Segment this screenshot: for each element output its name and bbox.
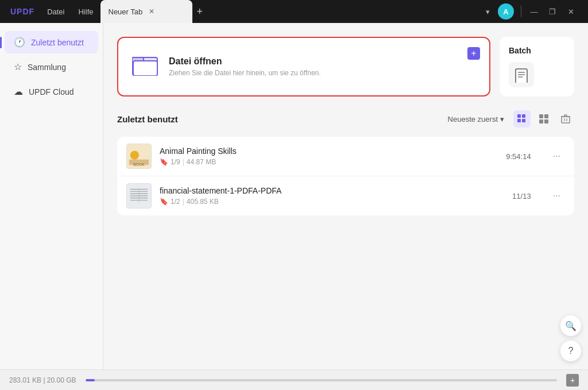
bottom-bar: 283.01 KB | 20.00 GB + bbox=[0, 369, 588, 390]
storage-fill bbox=[86, 379, 95, 381]
file-more-button[interactable]: ··· bbox=[548, 149, 565, 164]
batch-card: Batch bbox=[500, 37, 574, 96]
storage-text: 283.01 KB | 20.00 GB bbox=[9, 376, 76, 384]
svg-rect-2 bbox=[133, 61, 157, 76]
sidebar-item-sammlung[interactable]: ☆ Sammlung bbox=[5, 56, 98, 78]
sort-label: Neueste zuerst bbox=[448, 115, 498, 123]
close-btn[interactable]: ✕ bbox=[563, 3, 579, 20]
search-icon: 🔍 bbox=[565, 321, 577, 331]
bottom-right-icons: + bbox=[566, 374, 579, 387]
sidebar-item-zuletzt[interactable]: 🕐 Zuletzt benutzt bbox=[5, 31, 98, 53]
floating-buttons: 🔍 ? bbox=[560, 315, 581, 361]
open-file-title: Datei öffnen bbox=[169, 56, 321, 67]
add-button[interactable]: + bbox=[566, 374, 579, 387]
file-meta: 🔖 1/2 | 405.85 KB bbox=[160, 198, 504, 206]
meta-sep: | bbox=[183, 198, 184, 206]
minimize-btn[interactable]: — bbox=[526, 3, 542, 20]
file-pages: 1/2 bbox=[171, 198, 180, 206]
file-size: 405.85 KB bbox=[187, 198, 219, 206]
menu-datei[interactable]: Datei bbox=[40, 0, 71, 23]
file-list: BOOK Animal Painting Skills 🔖 1/9 | 44.8… bbox=[117, 137, 574, 215]
maximize-btn[interactable]: ❐ bbox=[544, 3, 560, 20]
delete-button[interactable] bbox=[557, 110, 574, 128]
open-file-text: Datei öffnen Ziehen Sie die Datei hier h… bbox=[169, 56, 321, 77]
file-thumbnail bbox=[126, 183, 152, 208]
cloud-icon: ☁ bbox=[14, 86, 23, 97]
file-meta: 🔖 1/9 | 44.87 MB bbox=[160, 158, 498, 166]
sidebar-item-label: Sammlung bbox=[28, 63, 66, 72]
sidebar-item-cloud[interactable]: ☁ UPDF Cloud bbox=[5, 80, 98, 103]
open-file-subtitle: Ziehen Sie die Datei hier hinein, um sie… bbox=[169, 69, 321, 77]
file-size: 44.87 MB bbox=[187, 158, 216, 166]
dropdown-btn[interactable]: ▾ bbox=[479, 3, 496, 20]
table-row[interactable]: BOOK Animal Painting Skills 🔖 1/9 | 44.8… bbox=[117, 137, 574, 176]
batch-icon-button[interactable] bbox=[509, 62, 534, 87]
search-float-button[interactable]: 🔍 bbox=[560, 315, 581, 336]
open-file-card[interactable]: Datei öffnen Ziehen Sie die Datei hier h… bbox=[117, 37, 490, 96]
file-pages: 1/9 bbox=[171, 158, 180, 166]
tab-add-button[interactable]: + bbox=[192, 6, 208, 18]
help-icon: ? bbox=[568, 346, 574, 356]
divider bbox=[521, 6, 521, 17]
sort-arrow-icon: ▾ bbox=[500, 115, 504, 123]
file-date: 11/13 bbox=[512, 192, 531, 200]
main-content: Datei öffnen Ziehen Sie die Datei hier h… bbox=[103, 23, 588, 369]
tab-label: Neuer Tab bbox=[109, 7, 143, 16]
svg-rect-7 bbox=[517, 114, 521, 118]
help-float-button[interactable]: ? bbox=[560, 341, 581, 361]
view-controls bbox=[513, 110, 574, 128]
sort-dropdown[interactable]: Neueste zuerst ▾ bbox=[448, 115, 504, 123]
menu-bar: Datei Hilfe bbox=[40, 0, 100, 23]
star-icon: ☆ bbox=[14, 61, 22, 72]
tab-neuer[interactable]: Neuer Tab ✕ bbox=[100, 0, 192, 23]
table-row[interactable]: financial-statement-1-PDFA-PDFA 🔖 1/2 | … bbox=[117, 176, 574, 215]
batch-title: Batch bbox=[509, 46, 531, 55]
svg-rect-13 bbox=[539, 119, 543, 123]
window-controls: ▾ A — ❐ ✕ bbox=[479, 3, 583, 20]
svg-rect-14 bbox=[544, 119, 548, 123]
menu-hilfe[interactable]: Hilfe bbox=[71, 0, 100, 23]
meta-sep: | bbox=[183, 158, 184, 166]
view-grid-button[interactable] bbox=[513, 110, 531, 128]
section-title: Zuletzt benutzt bbox=[117, 114, 178, 124]
svg-rect-8 bbox=[522, 114, 525, 118]
section-header: Zuletzt benutzt Neueste zuerst ▾ bbox=[117, 110, 574, 128]
clock-icon: 🕐 bbox=[14, 37, 25, 48]
svg-rect-10 bbox=[522, 119, 525, 122]
main-layout: 🕐 Zuletzt benutzt ☆ Sammlung ☁ UPDF Clou… bbox=[0, 23, 588, 369]
sidebar: 🕐 Zuletzt benutzt ☆ Sammlung ☁ UPDF Clou… bbox=[0, 23, 103, 369]
open-file-plus[interactable]: + bbox=[467, 47, 480, 60]
sidebar-item-label: Zuletzt benutzt bbox=[31, 38, 84, 47]
top-cards: Datei öffnen Ziehen Sie die Datei hier h… bbox=[117, 37, 574, 96]
file-name: Animal Painting Skills bbox=[160, 146, 498, 156]
svg-rect-9 bbox=[517, 119, 521, 122]
svg-rect-3 bbox=[516, 69, 527, 83]
file-info: financial-statement-1-PDFA-PDFA 🔖 1/2 | … bbox=[160, 186, 504, 206]
sidebar-item-label: UPDF Cloud bbox=[29, 87, 74, 96]
svg-rect-11 bbox=[539, 114, 543, 118]
file-more-button[interactable]: ··· bbox=[548, 188, 565, 203]
app-logo: UPDF bbox=[5, 7, 40, 16]
view-list-button[interactable] bbox=[535, 110, 552, 128]
file-info: Animal Painting Skills 🔖 1/9 | 44.87 MB bbox=[160, 146, 498, 166]
storage-bar bbox=[86, 379, 557, 381]
title-bar: UPDF Datei Hilfe Neuer Tab ✕ + ▾ A — ❐ ✕ bbox=[0, 0, 588, 23]
page-icon: 🔖 bbox=[160, 158, 168, 166]
file-date: 9:54:14 bbox=[506, 152, 531, 161]
file-thumbnail: BOOK bbox=[126, 144, 152, 169]
tab-close-icon[interactable]: ✕ bbox=[147, 7, 156, 16]
svg-text:BOOK: BOOK bbox=[133, 163, 145, 167]
file-name: financial-statement-1-PDFA-PDFA bbox=[160, 186, 504, 195]
avatar[interactable]: A bbox=[498, 3, 514, 20]
svg-point-23 bbox=[130, 150, 139, 159]
page-icon: 🔖 bbox=[160, 198, 168, 206]
tabs-area: Neuer Tab ✕ + bbox=[100, 0, 480, 23]
svg-rect-12 bbox=[544, 114, 548, 118]
svg-rect-15 bbox=[562, 117, 570, 123]
folder-icon bbox=[132, 53, 160, 81]
